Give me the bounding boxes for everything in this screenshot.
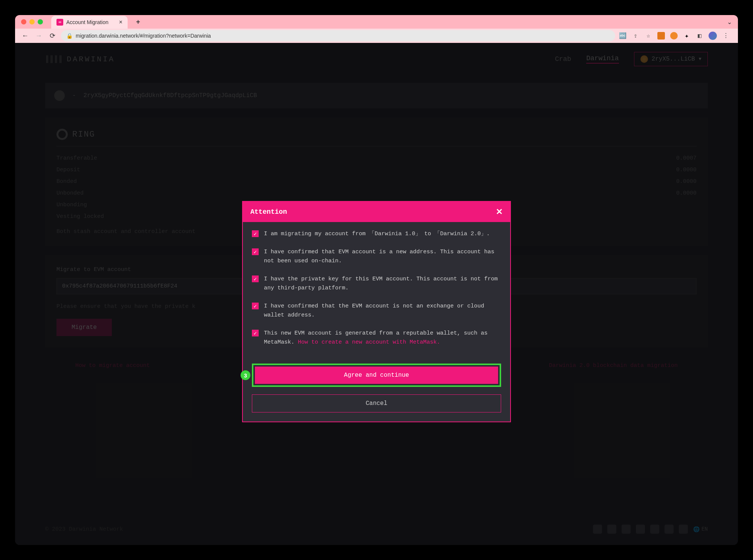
bookmark-icon[interactable]: ☆ bbox=[645, 32, 652, 40]
browser-tab[interactable]: ∞ Account Migration × bbox=[51, 16, 128, 29]
check-text: I have the private key for this EVM acco… bbox=[264, 275, 501, 293]
maximize-window-button[interactable] bbox=[38, 19, 43, 24]
check-text: This new EVM account is generated from a… bbox=[264, 329, 501, 347]
minimize-window-button[interactable] bbox=[29, 19, 35, 24]
tab-title: Account Migration bbox=[66, 19, 108, 25]
url-text: migration.darwinia.network/#/migration?n… bbox=[76, 33, 211, 39]
metamask-help-link[interactable]: How to create a new account with MetaMas… bbox=[298, 339, 440, 345]
titlebar: ∞ Account Migration × + ⌄ bbox=[15, 15, 738, 29]
check-item: ✓ I am migrating my account from 「Darwin… bbox=[252, 230, 501, 239]
url-bar-row: ← → ⟳ 🔒 migration.darwinia.network/#/mig… bbox=[15, 29, 738, 43]
browser-window: ∞ Account Migration × + ⌄ ← → ⟳ 🔒 migrat… bbox=[15, 15, 738, 545]
profile-avatar-icon[interactable] bbox=[709, 32, 717, 40]
modal-buttons: 3 Agree and continue Cancel bbox=[243, 364, 510, 422]
side-panel-icon[interactable]: ◧ bbox=[696, 32, 703, 40]
metamask-extension-icon[interactable] bbox=[657, 32, 665, 40]
polkadot-extension-icon[interactable] bbox=[670, 32, 678, 40]
extensions-icon[interactable]: ✦ bbox=[683, 32, 691, 40]
new-tab-button[interactable]: + bbox=[136, 18, 140, 26]
modal-header: Attention ✕ bbox=[243, 202, 510, 222]
back-button[interactable]: ← bbox=[20, 31, 30, 41]
translate-icon[interactable]: 🔤 bbox=[619, 32, 626, 40]
checkbox[interactable]: ✓ bbox=[252, 330, 259, 336]
agree-continue-button[interactable]: Agree and continue bbox=[255, 367, 498, 384]
close-window-button[interactable] bbox=[21, 19, 26, 24]
forward-button[interactable]: → bbox=[34, 31, 44, 41]
page-content: ║║║║ DARWINIA Crab Darwinia 2ryX5...LiCB… bbox=[15, 43, 738, 545]
lock-icon: 🔒 bbox=[66, 33, 73, 39]
url-field[interactable]: 🔒 migration.darwinia.network/#/migration… bbox=[61, 30, 615, 41]
agree-button-highlight: 3 Agree and continue bbox=[252, 364, 501, 387]
menu-icon[interactable]: ⋮ bbox=[722, 32, 730, 40]
modal-title: Attention bbox=[250, 208, 287, 216]
checkbox[interactable]: ✓ bbox=[252, 275, 259, 282]
modal-close-icon[interactable]: ✕ bbox=[496, 207, 503, 217]
check-item: ✓ I have confirmed that the EVM account … bbox=[252, 302, 501, 320]
toolbar-icons: 🔤 ⇪ ☆ ✦ ◧ ⋮ bbox=[619, 32, 733, 40]
check-text: I have confirmed that EVM account is a n… bbox=[264, 248, 501, 266]
reload-button[interactable]: ⟳ bbox=[47, 31, 57, 41]
share-icon[interactable]: ⇪ bbox=[632, 32, 639, 40]
check-item: ✓ I have confirmed that EVM account is a… bbox=[252, 248, 501, 266]
tab-favicon-icon: ∞ bbox=[56, 19, 63, 26]
expand-tabs-icon[interactable]: ⌄ bbox=[727, 18, 732, 26]
tab-close-icon[interactable]: × bbox=[119, 19, 122, 26]
step-badge: 3 bbox=[241, 370, 250, 380]
checkbox[interactable]: ✓ bbox=[252, 230, 259, 237]
check-item: ✓ This new EVM account is generated from… bbox=[252, 329, 501, 347]
check-item: ✓ I have the private key for this EVM ac… bbox=[252, 275, 501, 293]
modal-body: ✓ I am migrating my account from 「Darwin… bbox=[243, 222, 510, 364]
checkbox[interactable]: ✓ bbox=[252, 303, 259, 309]
check-text: I am migrating my account from 「Darwinia… bbox=[264, 230, 490, 239]
check-text: I have confirmed that the EVM account is… bbox=[264, 302, 501, 320]
attention-modal: Attention ✕ ✓ I am migrating my account … bbox=[242, 201, 511, 422]
checkbox[interactable]: ✓ bbox=[252, 248, 259, 255]
cancel-button[interactable]: Cancel bbox=[252, 394, 501, 412]
